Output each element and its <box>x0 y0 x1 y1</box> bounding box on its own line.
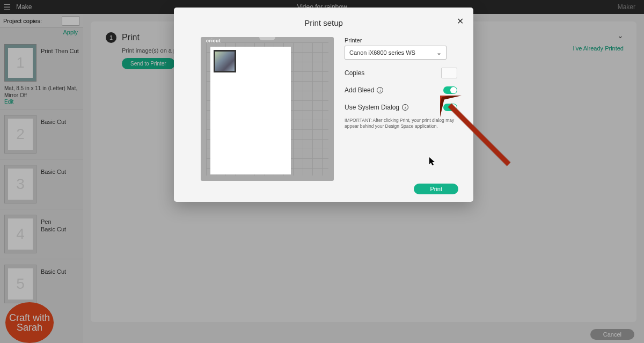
printer-selected-value: Canon iX6800 series WS <box>349 49 415 56</box>
print-button[interactable]: Print <box>414 184 458 194</box>
printer-select[interactable]: Canon iX6800 series WS ⌄ <box>345 46 447 60</box>
system-dialog-row: Use System Dialog i <box>345 100 457 114</box>
add-bleed-row: Add Bleed i <box>345 83 457 97</box>
cricut-brand-label: cricut <box>206 38 221 43</box>
mat-preview: cricut <box>201 37 334 181</box>
cursor-icon <box>429 157 436 166</box>
add-bleed-label: Add Bleed <box>345 86 374 94</box>
close-icon[interactable]: ✕ <box>457 16 464 26</box>
info-icon[interactable]: i <box>402 104 408 111</box>
info-icon[interactable]: i <box>377 87 383 93</box>
print-settings: Printer Canon iX6800 series WS ⌄ Copies … <box>345 37 457 181</box>
copies-stepper[interactable] <box>441 68 457 78</box>
print-setup-dialog: ✕ Print setup cricut Printer Canon iX680… <box>174 8 473 202</box>
dialog-title: Print setup <box>174 8 473 27</box>
printer-label: Printer <box>345 37 457 43</box>
add-bleed-toggle[interactable] <box>443 86 457 94</box>
preview-image <box>214 50 236 72</box>
copies-row: Copies <box>345 66 457 80</box>
system-dialog-toggle[interactable] <box>443 104 457 111</box>
system-dialog-label: Use System Dialog <box>345 104 399 111</box>
chevron-down-icon: ⌄ <box>436 49 442 56</box>
system-dialog-hint: IMPORTANT: After clicking Print, your pr… <box>345 118 457 129</box>
copies-label: Copies <box>345 69 364 77</box>
